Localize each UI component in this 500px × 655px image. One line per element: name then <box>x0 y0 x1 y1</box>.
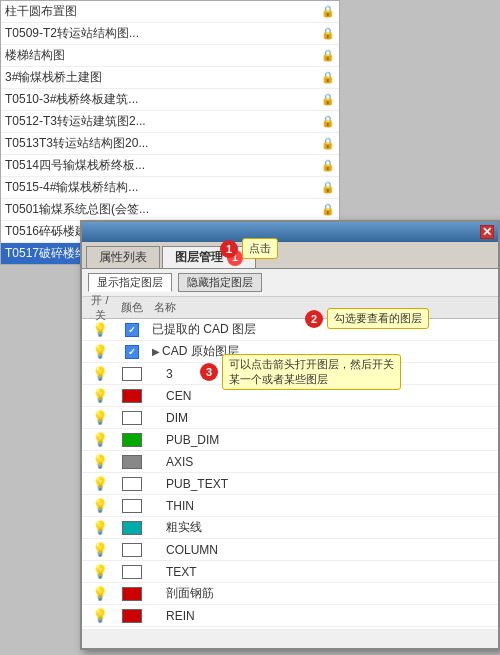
dialog-titlebar: ✕ <box>82 222 498 242</box>
layer-row[interactable]: 💡REIN <box>82 605 498 627</box>
annotation-1: 1 点击 <box>220 238 278 259</box>
file-list-item[interactable]: T0514四号输煤栈桥终板...🔒 <box>1 155 339 177</box>
bulb-icon[interactable]: 💡 <box>92 476 108 492</box>
bulb-icon[interactable]: 💡 <box>92 454 108 470</box>
col-on: 💡 <box>86 344 114 360</box>
file-list-item[interactable]: T0513T3转运站结构图20...🔒 <box>1 133 339 155</box>
file-list-item[interactable]: T0501输煤系统总图(会签...🔒 <box>1 199 339 221</box>
layer-row[interactable]: 💡COLUMN <box>82 539 498 561</box>
bulb-icon[interactable]: 💡 <box>92 344 108 360</box>
bulb-icon[interactable]: 💡 <box>92 388 108 404</box>
col-color <box>114 609 150 623</box>
layer-row[interactable]: 💡AXIS <box>82 451 498 473</box>
annot-badge-3: 3 <box>200 363 218 381</box>
file-list-item[interactable]: 楼梯结构图🔒 <box>1 45 339 67</box>
layer-name-text: PUB_TEXT <box>166 477 228 491</box>
layer-row[interactable]: 💡TEXT <box>82 561 498 583</box>
layer-row[interactable]: 💡THIN <box>82 495 498 517</box>
bulb-icon[interactable]: 💡 <box>92 366 108 382</box>
file-name: T0514四号输煤栈桥终板... <box>5 157 321 174</box>
layer-checkbox[interactable] <box>125 323 139 337</box>
col-color <box>114 587 150 601</box>
file-list-item[interactable]: T0509-T2转运站结构图...🔒 <box>1 23 339 45</box>
color-swatch-empty <box>122 477 142 491</box>
bulb-icon[interactable]: 💡 <box>92 520 108 536</box>
layer-name-text: DIM <box>166 411 188 425</box>
file-list-item[interactable]: T0512-T3转运站建筑图2...🔒 <box>1 111 339 133</box>
layer-row[interactable]: 💡粗实线 <box>82 517 498 539</box>
lock-icon: 🔒 <box>321 49 335 62</box>
layer-row[interactable]: 💡PUB_TEXT <box>82 473 498 495</box>
column-headers: 开 / 关 颜色 名称 <box>82 297 498 319</box>
file-name: T0509-T2转运站结构图... <box>5 25 321 42</box>
annot-text-1: 点击 <box>242 238 278 259</box>
tab-properties[interactable]: 属性列表 <box>86 246 160 268</box>
col-color <box>114 499 150 513</box>
layer-row[interactable]: 💡已提取的 CAD 图层 <box>82 319 498 341</box>
col-header-on: 开 / 关 <box>86 293 114 323</box>
layer-name-text: 粗实线 <box>166 520 202 534</box>
bulb-icon[interactable]: 💡 <box>92 498 108 514</box>
layer-name: 剖面钢筋 <box>150 585 494 602</box>
layer-row[interactable]: 💡剖面钢筋 <box>82 583 498 605</box>
layer-row[interactable]: 💡PUB_DIM <box>82 429 498 451</box>
bulb-icon[interactable]: 💡 <box>92 608 108 624</box>
col-color <box>114 565 150 579</box>
bulb-icon[interactable]: 💡 <box>92 542 108 558</box>
layer-checkbox[interactable] <box>125 345 139 359</box>
lock-icon: 🔒 <box>321 27 335 40</box>
layer-row[interactable]: 💡1525 <box>82 627 498 629</box>
file-name: T0510-3#栈桥终板建筑... <box>5 91 321 108</box>
layer-name-text: 剖面钢筋 <box>166 586 214 600</box>
col-color <box>114 411 150 425</box>
layer-name-text: 已提取的 CAD 图层 <box>152 322 256 336</box>
bulb-icon[interactable]: 💡 <box>92 564 108 580</box>
col-on: 💡 <box>86 388 114 404</box>
layer-name-text: THIN <box>166 499 194 513</box>
expand-arrow-icon[interactable]: ▶ <box>152 346 160 357</box>
layer-name: TEXT <box>150 565 494 579</box>
color-swatch <box>122 389 142 403</box>
layer-badge: 3 <box>166 367 173 381</box>
bulb-icon[interactable]: 💡 <box>92 586 108 602</box>
annot-text-2: 勾选要查看的图层 <box>327 308 429 329</box>
col-color <box>114 367 150 381</box>
layer-name: PUB_DIM <box>150 433 494 447</box>
layer-dialog: ✕ 属性列表 图层管理 1 显示指定图层 隐藏指定图层 开 / 关 颜色 名称 … <box>80 220 500 650</box>
col-color <box>114 389 150 403</box>
color-swatch <box>122 433 142 447</box>
dialog-close-button[interactable]: ✕ <box>480 225 494 239</box>
layer-name: COLUMN <box>150 543 494 557</box>
layer-row[interactable]: 💡DIM <box>82 407 498 429</box>
col-on: 💡 <box>86 586 114 602</box>
col-on: 💡 <box>86 564 114 580</box>
layer-name: REIN <box>150 609 494 623</box>
file-name: 3#输煤栈桥土建图 <box>5 69 321 86</box>
annot-text-3: 可以点击箭头打开图层，然后开关 某一个或者某些图层 <box>222 354 401 390</box>
layer-name: AXIS <box>150 455 494 469</box>
bulb-icon[interactable]: 💡 <box>92 432 108 448</box>
col-color <box>114 345 150 359</box>
file-list-item[interactable]: 3#输煤栈桥土建图🔒 <box>1 67 339 89</box>
col-on: 💡 <box>86 608 114 624</box>
bulb-icon[interactable]: 💡 <box>92 322 108 338</box>
lock-icon: 🔒 <box>321 159 335 172</box>
lock-icon: 🔒 <box>321 5 335 18</box>
file-list-item[interactable]: 柱干圆布置图🔒 <box>1 1 339 23</box>
col-on: 💡 <box>86 498 114 514</box>
bulb-icon[interactable]: 💡 <box>92 410 108 426</box>
col-on: 💡 <box>86 366 114 382</box>
layer-name: CEN <box>150 389 494 403</box>
col-on: 💡 <box>86 410 114 426</box>
col-color <box>114 477 150 491</box>
sub-tab-show[interactable]: 显示指定图层 <box>88 273 172 292</box>
layer-name-text: CEN <box>166 389 191 403</box>
file-list-item[interactable]: T0510-3#栈桥终板建筑...🔒 <box>1 89 339 111</box>
annot-badge-1: 1 <box>220 240 238 258</box>
sub-tabs: 显示指定图层 隐藏指定图层 <box>82 269 498 297</box>
file-name: 柱干圆布置图 <box>5 3 321 20</box>
file-list-item[interactable]: T0515-4#输煤栈桥结构...🔒 <box>1 177 339 199</box>
color-swatch-empty <box>122 367 142 381</box>
color-swatch <box>122 521 142 535</box>
sub-tab-hide[interactable]: 隐藏指定图层 <box>178 273 262 292</box>
